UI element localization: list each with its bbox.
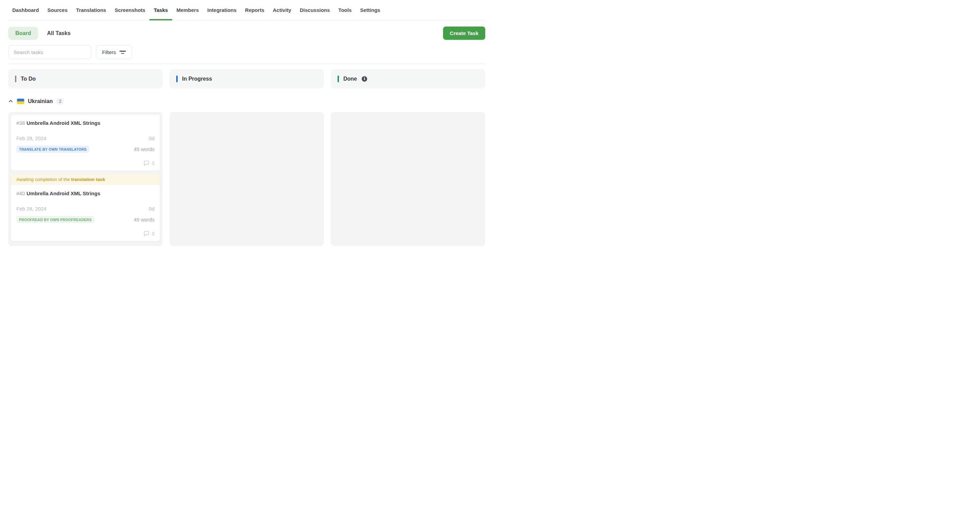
tasks-toolbar: Board All Tasks Create Task: [8, 27, 485, 40]
filters-button-label: Filters: [102, 49, 116, 55]
nav-item-reports[interactable]: Reports: [245, 0, 264, 20]
task-count-badge: 2: [56, 98, 64, 105]
collapse-chevron-up-icon[interactable]: [8, 98, 13, 104]
language-group-header: Ukrainian 2: [8, 98, 485, 105]
nav-item-screenshots[interactable]: Screenshots: [115, 0, 145, 20]
todo-status-bar: [15, 76, 16, 82]
column-in-progress: [169, 112, 324, 246]
task-due: 0d: [149, 135, 154, 141]
awaiting-banner-link[interactable]: translation task: [71, 177, 105, 182]
top-navigation: Dashboard Sources Translations Screensho…: [8, 0, 485, 21]
task-id: #38: [16, 120, 25, 126]
filters-button[interactable]: Filters: [96, 45, 132, 59]
column-todo: #38Umbrella Android XML Strings Feb 28, …: [8, 112, 163, 246]
column-label: Done: [343, 76, 357, 82]
word-count: 45 words: [134, 217, 154, 222]
task-id: #40: [16, 191, 25, 196]
search-input[interactable]: [8, 45, 91, 59]
nav-item-dashboard[interactable]: Dashboard: [12, 0, 39, 20]
nav-item-activity[interactable]: Activity: [273, 0, 291, 20]
view-tab-all-tasks[interactable]: All Tasks: [47, 30, 70, 37]
view-tab-board[interactable]: Board: [8, 27, 38, 40]
nav-item-tools[interactable]: Tools: [338, 0, 352, 20]
nav-item-discussions[interactable]: Discussions: [300, 0, 330, 20]
column-header-in-progress: In Progress: [169, 69, 324, 89]
nav-item-tasks[interactable]: Tasks: [154, 0, 168, 20]
column-done: [331, 112, 485, 246]
column-header-todo: To Do: [8, 69, 163, 89]
nav-item-translations[interactable]: Translations: [76, 0, 106, 20]
task-title[interactable]: Umbrella Android XML Strings: [27, 191, 100, 196]
task-title[interactable]: Umbrella Android XML Strings: [27, 120, 100, 126]
awaiting-banner-text: Awaiting completion of the: [16, 177, 71, 182]
comment-icon: [143, 230, 150, 237]
in-progress-status-bar: [176, 76, 178, 82]
task-type-badge: PROOFREAD BY OWN PROOFREADERS: [16, 216, 94, 223]
done-status-bar: [337, 76, 339, 82]
task-date: Feb 28, 2024: [16, 206, 46, 211]
active-tab-underline: [150, 19, 172, 21]
nav-item-settings[interactable]: Settings: [360, 0, 380, 20]
task-card-40[interactable]: Awaiting completion of the translation t…: [11, 173, 160, 241]
awaiting-banner: Awaiting completion of the translation t…: [11, 174, 160, 185]
nav-item-sources[interactable]: Sources: [47, 0, 67, 20]
language-group-label: Ukrainian: [28, 98, 53, 105]
search-filter-row: Filters: [8, 45, 485, 59]
task-type-badge: TRANSLATE BY OWN TRANSLATORS: [16, 146, 89, 153]
kanban-board: #38Umbrella Android XML Strings Feb 28, …: [8, 112, 485, 246]
ukraine-flag-icon: [17, 98, 24, 104]
word-count: 45 words: [134, 146, 154, 152]
task-due: 0d: [149, 206, 154, 211]
filter-icon: [119, 51, 126, 54]
create-task-button[interactable]: Create Task: [443, 27, 485, 40]
nav-item-integrations[interactable]: Integrations: [207, 0, 237, 20]
comment-count: 0: [152, 160, 154, 166]
task-date: Feb 28, 2024: [16, 135, 46, 141]
nav-item-members[interactable]: Members: [176, 0, 199, 20]
column-label: In Progress: [182, 76, 212, 82]
comment-count: 0: [152, 231, 154, 237]
board-column-headers: To Do In Progress Done i: [8, 69, 485, 89]
column-header-done: Done i: [331, 69, 485, 89]
column-label: To Do: [21, 76, 36, 82]
info-icon[interactable]: i: [362, 76, 367, 82]
section-divider: [8, 64, 485, 64]
task-card-38[interactable]: #38Umbrella Android XML Strings Feb 28, …: [11, 114, 160, 171]
comment-icon: [143, 160, 150, 166]
